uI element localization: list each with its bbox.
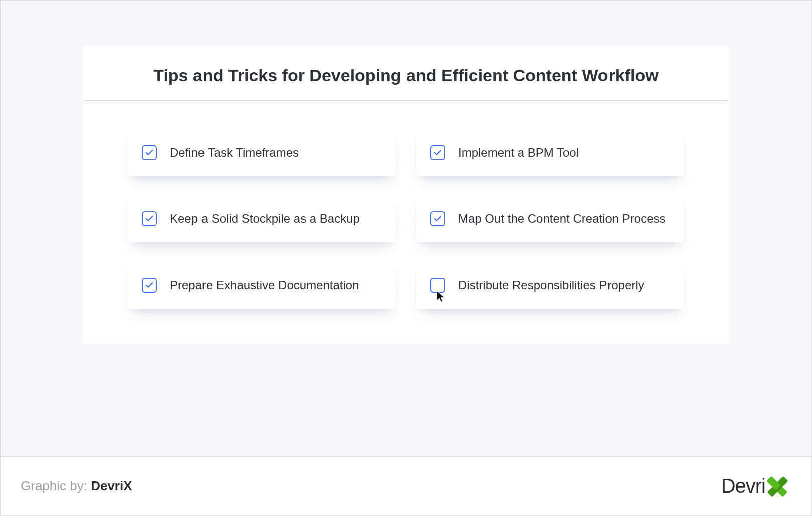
credit-brand: DevriX	[91, 478, 132, 493]
stage: Tips and Tricks for Developing and Effic…	[1, 1, 811, 456]
list-item-label: Prepare Exhaustive Documentation	[170, 277, 359, 293]
checkbox-icon[interactable]	[142, 211, 157, 226]
list-item-label: Map Out the Content Creation Process	[458, 211, 666, 227]
checkbox-icon[interactable]	[142, 145, 157, 160]
list-item: Define Task Timeframes	[128, 129, 396, 176]
check-icon	[145, 281, 154, 290]
list-item: Implement a BPM Tool	[416, 129, 684, 176]
credit-line: Graphic by: DevriX	[21, 478, 132, 494]
check-icon	[145, 148, 154, 157]
list-item-label: Keep a Solid Stockpile as a Backup	[170, 211, 360, 227]
check-icon	[433, 214, 442, 223]
credit-prefix: Graphic by:	[21, 478, 91, 493]
check-icon	[433, 148, 442, 157]
checklist-grid: Define Task Timeframes Implement a BPM T…	[83, 101, 729, 309]
checkbox-icon[interactable]	[142, 278, 157, 293]
list-item: Distribute Responsibilities Properly	[416, 262, 684, 309]
checkbox-icon[interactable]	[430, 211, 445, 226]
checkbox-icon[interactable]	[430, 145, 445, 160]
list-item: Prepare Exhaustive Documentation	[128, 262, 396, 309]
list-item: Map Out the Content Creation Process	[416, 195, 684, 242]
list-item-label: Distribute Responsibilities Properly	[458, 277, 644, 293]
card-title: Tips and Tricks for Developing and Effic…	[84, 46, 728, 101]
checkbox-icon[interactable]	[430, 278, 445, 293]
list-item-label: Define Task Timeframes	[170, 145, 299, 161]
card: Tips and Tricks for Developing and Effic…	[83, 46, 729, 344]
list-item: Keep a Solid Stockpile as a Backup	[128, 195, 396, 242]
check-icon	[145, 214, 154, 223]
logo-x-icon	[763, 472, 791, 500]
footer: Graphic by: DevriX Devri	[1, 456, 811, 515]
logo-text: Devri	[721, 475, 765, 497]
devrix-logo: Devri	[721, 472, 791, 500]
list-item-label: Implement a BPM Tool	[458, 145, 579, 161]
